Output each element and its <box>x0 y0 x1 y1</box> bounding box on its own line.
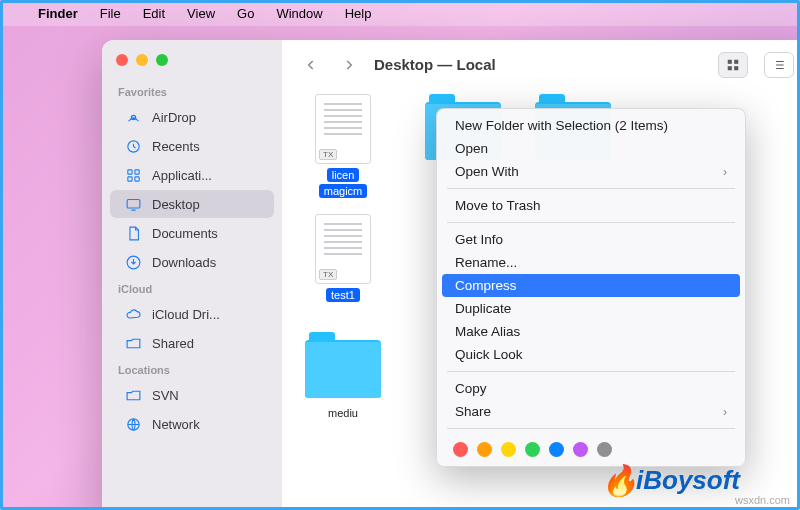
menu-edit[interactable]: Edit <box>143 6 165 21</box>
sidebar-item-label: Documents <box>152 226 218 241</box>
sidebar: Favorites AirDrop Recents Applicati... D… <box>102 40 282 510</box>
sidebar-item-svn[interactable]: SVN <box>110 381 274 409</box>
menu-duplicate[interactable]: Duplicate <box>437 297 745 320</box>
sidebar-item-label: AirDrop <box>152 110 196 125</box>
context-menu: New Folder with Selection (2 Items) Open… <box>436 108 746 467</box>
zoom-button[interactable] <box>156 54 168 66</box>
menu-file[interactable]: File <box>100 6 121 21</box>
file-name[interactable]: magicm <box>319 184 368 198</box>
menu-compress[interactable]: Compress <box>442 274 740 297</box>
menu-new-folder-selection[interactable]: New Folder with Selection (2 Items) <box>437 114 745 137</box>
icon-view-button[interactable] <box>718 52 748 78</box>
globe-icon <box>124 415 142 433</box>
minimize-button[interactable] <box>136 54 148 66</box>
text-file-icon: TX <box>315 94 371 164</box>
sidebar-item-label: iCloud Dri... <box>152 307 220 322</box>
chevron-right-icon: › <box>723 405 727 419</box>
svg-rect-9 <box>728 59 732 63</box>
menu-separator <box>447 428 735 429</box>
folder-icon <box>124 386 142 404</box>
folder-icon <box>305 340 381 398</box>
flame-icon: 🔥 <box>601 463 638 498</box>
clock-icon <box>124 137 142 155</box>
svg-rect-6 <box>127 199 140 208</box>
tag-orange[interactable] <box>477 442 492 457</box>
file-item[interactable]: TX test1 <box>298 214 388 304</box>
menu-separator <box>447 188 735 189</box>
tag-yellow[interactable] <box>501 442 516 457</box>
file-name[interactable]: mediu <box>323 406 363 420</box>
sidebar-item-label: Downloads <box>152 255 216 270</box>
toolbar: Desktop — Local <box>282 40 800 90</box>
menu-separator <box>447 222 735 223</box>
sidebar-item-desktop[interactable]: Desktop <box>110 190 274 218</box>
tag-green[interactable] <box>525 442 540 457</box>
sidebar-item-downloads[interactable]: Downloads <box>110 248 274 276</box>
svg-rect-3 <box>134 169 138 173</box>
menu-get-info[interactable]: Get Info <box>437 228 745 251</box>
menu-rename[interactable]: Rename... <box>437 251 745 274</box>
svg-rect-11 <box>728 66 732 70</box>
tag-blue[interactable] <box>549 442 564 457</box>
menu-make-alias[interactable]: Make Alias <box>437 320 745 343</box>
close-button[interactable] <box>116 54 128 66</box>
svg-rect-4 <box>127 176 131 180</box>
menu-separator <box>447 371 735 372</box>
window-controls <box>102 50 282 80</box>
file-name[interactable]: test1 <box>326 288 360 302</box>
airdrop-icon <box>124 108 142 126</box>
cloud-icon <box>124 305 142 323</box>
menu-view[interactable]: View <box>187 6 215 21</box>
menubar-app[interactable]: Finder <box>38 6 78 21</box>
tag-purple[interactable] <box>573 442 588 457</box>
tag-gray[interactable] <box>597 442 612 457</box>
menu-window[interactable]: Window <box>276 6 322 21</box>
sidebar-item-icloud-drive[interactable]: iCloud Dri... <box>110 300 274 328</box>
document-icon <box>124 224 142 242</box>
sidebar-section-favorites: Favorites <box>102 80 282 102</box>
menu-quick-look[interactable]: Quick Look <box>437 343 745 366</box>
menu-copy[interactable]: Copy <box>437 377 745 400</box>
sidebar-item-label: Recents <box>152 139 200 154</box>
sidebar-item-label: Network <box>152 417 200 432</box>
tag-row <box>437 434 745 461</box>
sidebar-item-label: Shared <box>152 336 194 351</box>
svg-rect-12 <box>734 66 738 70</box>
menu-help[interactable]: Help <box>345 6 372 21</box>
tag-red[interactable] <box>453 442 468 457</box>
brand-logo: 🔥iBoysoft <box>601 463 740 498</box>
download-icon <box>124 253 142 271</box>
file-name[interactable]: licen <box>327 168 360 182</box>
sidebar-item-network[interactable]: Network <box>110 410 274 438</box>
sidebar-item-label: Applicati... <box>152 168 212 183</box>
text-file-icon: TX <box>315 214 371 284</box>
shared-folder-icon <box>124 334 142 352</box>
sidebar-item-applications[interactable]: Applicati... <box>110 161 274 189</box>
file-item[interactable]: mediu <box>298 334 388 422</box>
chevron-right-icon: › <box>723 165 727 179</box>
menu-open[interactable]: Open <box>437 137 745 160</box>
sidebar-item-shared[interactable]: Shared <box>110 329 274 357</box>
desktop-icon <box>124 195 142 213</box>
forward-button[interactable] <box>336 50 362 80</box>
apps-icon <box>124 166 142 184</box>
menu-open-with[interactable]: Open With› <box>437 160 745 183</box>
file-item[interactable]: TX licen magicm <box>298 94 388 200</box>
list-view-button[interactable] <box>764 52 794 78</box>
menu-share[interactable]: Share› <box>437 400 745 423</box>
sidebar-item-recents[interactable]: Recents <box>110 132 274 160</box>
back-button[interactable] <box>298 50 324 80</box>
menu-go[interactable]: Go <box>237 6 254 21</box>
svg-rect-5 <box>134 176 138 180</box>
sidebar-item-label: Desktop <box>152 197 200 212</box>
svg-rect-2 <box>127 169 131 173</box>
sidebar-item-label: SVN <box>152 388 179 403</box>
sidebar-item-airdrop[interactable]: AirDrop <box>110 103 274 131</box>
menubar: Finder File Edit View Go Window Help <box>0 0 800 26</box>
menu-move-to-trash[interactable]: Move to Trash <box>437 194 745 217</box>
sidebar-section-locations: Locations <box>102 358 282 380</box>
watermark: wsxdn.com <box>735 494 790 506</box>
sidebar-item-documents[interactable]: Documents <box>110 219 274 247</box>
sidebar-section-icloud: iCloud <box>102 277 282 299</box>
window-title: Desktop — Local <box>374 56 496 73</box>
